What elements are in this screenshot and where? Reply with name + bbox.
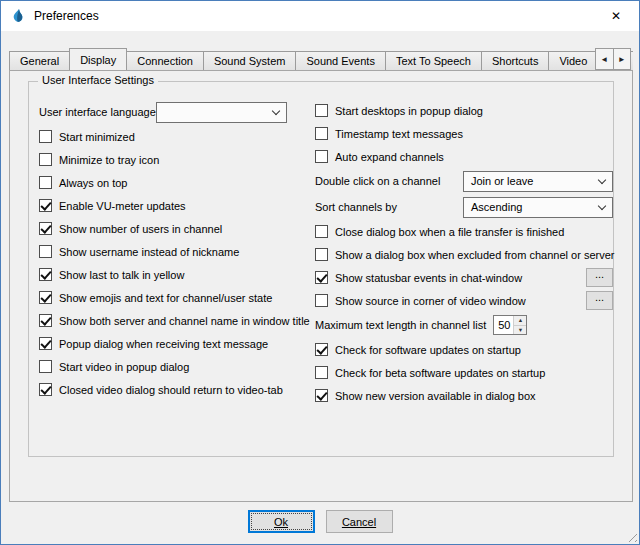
checkbox-row[interactable]: Popup dialog when receiving text message [39, 332, 311, 355]
language-select[interactable] [156, 102, 287, 123]
double-click-row: Double click on a channel Join or leave [315, 168, 613, 194]
checkbox-label: Auto expand channels [335, 151, 444, 163]
checkbox-label: Show username instead of nickname [59, 246, 239, 258]
tab-sound-system[interactable]: Sound System [203, 51, 297, 70]
checkbox-label: Show both server and channel name in win… [59, 315, 310, 327]
checkbox-row[interactable]: Always on top [39, 171, 311, 194]
checkbox[interactable] [39, 268, 52, 281]
checkbox[interactable] [315, 127, 328, 140]
video-source-row[interactable]: Show source in corner of video window ..… [315, 289, 613, 312]
chevron-down-icon [598, 201, 606, 209]
dialog-footer: Ok Cancel [1, 510, 639, 533]
left-column: User interface language Start minimized … [39, 99, 311, 401]
checkbox[interactable] [39, 291, 52, 304]
user-interface-settings-group: User Interface Settings User interface l… [28, 81, 614, 457]
checkbox-label: Start desktops in popup dialog [335, 105, 483, 117]
tab-strip: General Display Connection Sound System … [9, 47, 633, 70]
checkbox-row[interactable]: Auto expand channels [315, 145, 613, 168]
video-source-config-button[interactable]: ... [586, 291, 613, 310]
checkbox-row[interactable]: Minimize to tray icon [39, 148, 311, 171]
checkbox-label: Popup dialog when receiving text message [59, 338, 268, 350]
checkbox-row[interactable]: Check for beta software updates on start… [315, 361, 613, 384]
spinner-value[interactable]: 50 [494, 316, 513, 334]
tab-text-to-speech[interactable]: Text To Speech [385, 51, 482, 70]
checkbox-label: Show source in corner of video window [335, 295, 526, 307]
checkbox[interactable] [315, 389, 328, 402]
ok-button[interactable]: Ok [248, 510, 315, 533]
tab-general[interactable]: General [9, 51, 70, 70]
checkbox[interactable] [315, 343, 328, 356]
tab-scroll-left-icon[interactable]: ◄ [595, 48, 614, 70]
checkbox[interactable] [315, 150, 328, 163]
double-click-select[interactable]: Join or leave [463, 171, 613, 192]
spinner-up-icon[interactable]: ▲ [514, 316, 526, 325]
checkbox[interactable] [39, 130, 52, 143]
checkbox[interactable] [315, 294, 328, 307]
double-click-value: Join or leave [471, 175, 533, 187]
display-tab-page: User Interface Settings User interface l… [9, 70, 633, 502]
tab-display[interactable]: Display [69, 48, 127, 70]
checkbox[interactable] [315, 271, 328, 284]
checkbox-label: Show number of users in channel [59, 223, 222, 235]
tab-shortcuts[interactable]: Shortcuts [481, 51, 549, 70]
checkbox-label: Closed video dialog should return to vid… [59, 384, 283, 396]
max-text-length-spinner[interactable]: 50 ▲ ▼ [493, 315, 527, 335]
checkbox[interactable] [39, 314, 52, 327]
right-column: Start desktops in popup dialog Timestamp… [315, 99, 613, 407]
checkbox-row[interactable]: Show last to talk in yellow [39, 263, 311, 286]
cancel-button[interactable]: Cancel [326, 510, 393, 533]
window-title: Preferences [34, 9, 99, 23]
group-title: User Interface Settings [38, 74, 158, 86]
checkbox-row[interactable]: Close dialog box when a file transfer is… [315, 220, 613, 243]
close-icon: ✕ [611, 9, 621, 23]
checkbox-label: Timestamp text messages [335, 128, 463, 140]
checkbox-label: Show new version available in dialog box [335, 390, 536, 402]
tab-scroll-control: ◄ ► [595, 48, 631, 70]
checkbox-label: Enable VU-meter updates [59, 200, 186, 212]
checkbox-label: Always on top [59, 177, 127, 189]
checkbox-row[interactable]: Show a dialog box when excluded from cha… [315, 243, 613, 266]
checkbox[interactable] [39, 176, 52, 189]
checkbox-row[interactable]: Enable VU-meter updates [39, 194, 311, 217]
checkbox-row[interactable]: Show new version available in dialog box [315, 384, 613, 407]
max-text-length-label: Maximum text length in channel list [315, 319, 486, 331]
checkbox[interactable] [315, 248, 328, 261]
checkbox-row[interactable]: Start desktops in popup dialog [315, 99, 613, 122]
checkbox-row[interactable]: Start minimized [39, 125, 311, 148]
language-row: User interface language [39, 99, 311, 125]
sort-channels-value: Ascending [471, 201, 522, 213]
double-click-label: Double click on a channel [315, 175, 440, 187]
spinner-down-icon[interactable]: ▼ [514, 325, 526, 335]
checkbox-row[interactable]: Check for software updates on startup [315, 338, 613, 361]
sort-channels-select[interactable]: Ascending [463, 197, 613, 218]
checkbox-row[interactable]: Start video in popup dialog [39, 355, 311, 378]
checkbox-label: Check for software updates on startup [335, 344, 521, 356]
checkbox[interactable] [39, 383, 52, 396]
checkbox-label: Close dialog box when a file transfer is… [335, 226, 564, 238]
checkbox[interactable] [315, 366, 328, 379]
checkbox-label: Check for beta software updates on start… [335, 367, 545, 379]
checkbox[interactable] [39, 153, 52, 166]
checkbox[interactable] [315, 104, 328, 117]
tab-scroll-right-icon[interactable]: ► [613, 48, 632, 70]
checkbox[interactable] [315, 225, 328, 238]
checkbox[interactable] [39, 199, 52, 212]
statusbar-events-row[interactable]: Show statusbar events in chat-window ... [315, 266, 613, 289]
checkbox[interactable] [39, 360, 52, 373]
tab-sound-events[interactable]: Sound Events [295, 51, 386, 70]
checkbox-row[interactable]: Show emojis and text for channel/user st… [39, 286, 311, 309]
titlebar: Preferences ✕ [1, 1, 639, 31]
checkbox-row[interactable]: Show both server and channel name in win… [39, 309, 311, 332]
checkbox-row[interactable]: Timestamp text messages [315, 122, 613, 145]
checkbox-label: Start video in popup dialog [59, 361, 189, 373]
checkbox[interactable] [39, 337, 52, 350]
checkbox[interactable] [39, 222, 52, 235]
checkbox[interactable] [39, 245, 52, 258]
checkbox-label: Minimize to tray icon [59, 154, 159, 166]
statusbar-events-config-button[interactable]: ... [586, 268, 613, 287]
checkbox-row[interactable]: Closed video dialog should return to vid… [39, 378, 311, 401]
checkbox-row[interactable]: Show username instead of nickname [39, 240, 311, 263]
checkbox-row[interactable]: Show number of users in channel [39, 217, 311, 240]
tab-connection[interactable]: Connection [126, 51, 204, 70]
close-button[interactable]: ✕ [593, 1, 639, 31]
